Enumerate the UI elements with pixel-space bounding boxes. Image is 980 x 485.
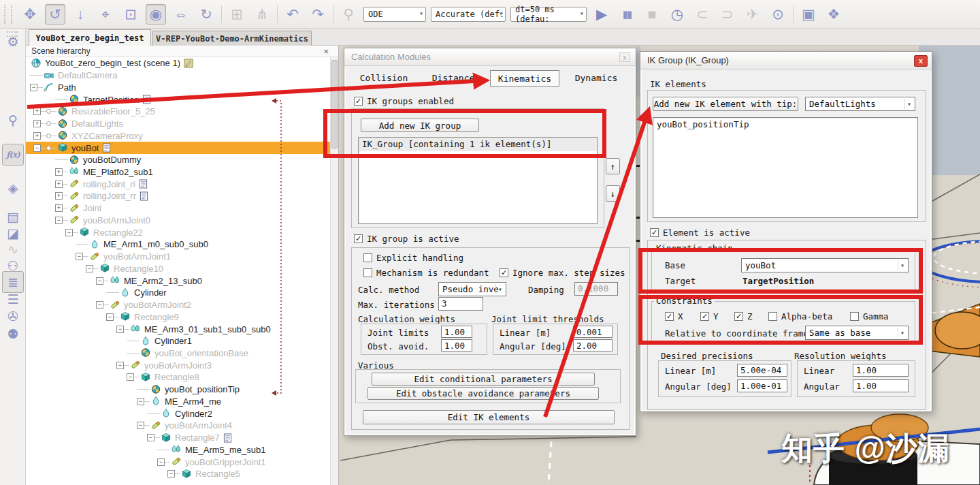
rotate-view-tool[interactable]: ↺ <box>45 4 65 25</box>
zoom-view-tool[interactable]: ↓ <box>70 4 91 25</box>
tree-row-youbotarmjoint3[interactable]: −youBotArmJoint3 <box>26 359 331 371</box>
dialog-titlebar[interactable]: Calculation Modules x <box>344 48 636 66</box>
undo-button[interactable]: ↶ <box>282 4 303 25</box>
max-iterations-field[interactable]: 3 <box>438 297 483 311</box>
tree-row-xyzcameraproxy[interactable]: +XYZCameraProxy <box>26 129 331 142</box>
tree-expander[interactable]: + <box>55 192 63 200</box>
tab-kinematics[interactable]: Kinematics <box>490 70 559 87</box>
tree-row-me-arm3-01-sub1-sub0-sub0[interactable]: −ME_Arm3_01_sub1_sub0_sub0 <box>26 323 331 335</box>
obstacle-avoidance-weight-field[interactable]: 1.00 <box>441 339 472 351</box>
tree-row-cylinder1[interactable]: Cylinder1 <box>26 335 331 347</box>
scrollbar-thumb[interactable] <box>331 60 338 148</box>
tree-expander[interactable]: − <box>76 253 83 260</box>
precision-angular-field[interactable]: 1.00e-01 <box>737 379 787 392</box>
close-icon[interactable]: x <box>914 55 928 67</box>
constraint-z-checkbox[interactable]: ✓Z <box>734 311 753 322</box>
tree-expander[interactable]: − <box>137 422 144 429</box>
toolbar-grip[interactable] <box>4 5 12 24</box>
ik-group-list[interactable]: IK_Group [containing 1 ik element(s)] <box>358 137 598 224</box>
visualization-toggle-button[interactable]: ⊙ <box>768 4 788 25</box>
tree-expander[interactable]: − <box>33 144 41 152</box>
tree-expander[interactable]: − <box>55 217 63 224</box>
time-step-dropdown[interactable]: dt=50 ms (defau:▾ <box>510 7 587 22</box>
tree-row-rectangle7[interactable]: −Rectangle7 <box>26 432 331 444</box>
add-new-ik-element-button[interactable]: Add new IK element with tip: <box>653 97 798 111</box>
edit-ik-elements-button[interactable]: Edit IK elements <box>363 410 615 424</box>
object-rotate-tool[interactable]: ↻ <box>196 4 216 25</box>
tree-row-rectangle5[interactable]: −Rectangle5 <box>26 468 331 480</box>
script-icon[interactable] <box>223 433 233 443</box>
ik-groups-enabled-checkbox[interactable]: ✓IK groups enabled <box>354 96 454 106</box>
tree-row-me-arm4-me[interactable]: −ME_Arm4_me <box>26 396 331 408</box>
close-icon[interactable]: x <box>619 52 630 62</box>
tree-row-youbotarmjoint1[interactable]: −youBotArmJoint1 <box>26 251 331 263</box>
tree-expander[interactable]: + <box>55 168 63 176</box>
tree-expander[interactable]: + <box>55 204 63 212</box>
user-settings-button[interactable]: ⚉ <box>2 323 24 345</box>
tree-expander[interactable]: − <box>137 398 144 405</box>
tab-dynamics[interactable]: Dynamics <box>564 70 629 87</box>
tree-row-resizablefloor-5-25[interactable]: +ResizableFloor_5_25 <box>26 106 331 118</box>
page-selector-button[interactable]: ▣ <box>798 4 819 25</box>
tab-youbot-zero-begin-test[interactable]: YouBot_zero_begin_test <box>29 29 151 46</box>
tree-row-rectangle22[interactable]: −Rectangle22 <box>26 226 331 238</box>
tree-expander[interactable]: + <box>33 132 41 140</box>
constraint-gamma-checkbox[interactable]: Gamma <box>850 311 889 322</box>
tree-row-rectangle8[interactable]: −Rectangle8 <box>26 371 331 384</box>
mechanism-redundant-checkbox[interactable]: Mechanism is redundant <box>363 268 489 278</box>
object-select-tool[interactable]: ◉ <box>146 4 166 25</box>
tree-row-youbotarmjoint2[interactable]: −youBotArmJoint2 <box>26 299 331 311</box>
ignore-max-step-sizes-checkbox[interactable]: ✓Ignore max. step sizes <box>500 268 625 278</box>
edit-obstacle-avoidance-parameters-button[interactable]: Edit obstacle avoidance parameters <box>368 387 599 400</box>
simulation-settings-button[interactable]: ⚙ <box>2 31 24 52</box>
tree-expander[interactable]: − <box>116 362 124 369</box>
tree-expander[interactable]: − <box>106 313 114 321</box>
script-icon[interactable] <box>140 191 149 201</box>
tree-row-youbot-zero-begin-test-scene-1-[interactable]: YouBot_zero_begin_test (scene 1) <box>26 57 331 69</box>
script-icon[interactable] <box>139 179 148 189</box>
tree-row-youbotarmjoint4[interactable]: −youBotArmJoint4 <box>26 420 331 432</box>
tree-row-youbot-positiontip[interactable]: youBot_positionTip <box>26 384 331 396</box>
stop-simulation-button[interactable]: ■ <box>642 4 662 25</box>
simulation-precision-dropdown[interactable]: Accurate (def:▾ <box>431 7 506 22</box>
relative-frame-dropdown[interactable]: Same as base▾ <box>805 326 909 340</box>
list-item-ik-group[interactable]: IK_Group [containing 1 ik element(s)] <box>359 138 597 151</box>
constraint-x-checkbox[interactable]: ✓X <box>665 311 683 322</box>
explicit-handling-checkbox[interactable]: Explicit handling <box>363 253 463 263</box>
object-properties-button[interactable]: ⚲ <box>2 109 24 131</box>
element-is-active-checkbox[interactable]: ✓Element is active <box>650 228 750 238</box>
tree-row-targetposition[interactable]: TargetPosition <box>26 93 331 106</box>
tree-expander[interactable]: − <box>147 434 154 441</box>
damping-field[interactable]: 0.1000 <box>574 282 618 296</box>
pause-simulation-button[interactable]: ▮▮ <box>617 4 637 25</box>
hierarchy-scrollbar[interactable] <box>330 57 338 485</box>
calculation-modules-button[interactable]: ƒ(x) <box>2 144 24 166</box>
tree-row-youbot[interactable]: −youBot <box>26 142 331 154</box>
base-dropdown[interactable]: youBot▾ <box>741 258 909 272</box>
scene-selector-button[interactable]: ❖ <box>823 4 844 25</box>
linear-threshold-field[interactable]: 0.001 <box>573 326 612 338</box>
tree-expander[interactable]: − <box>30 84 37 91</box>
tree-row-rollingjoint-rl[interactable]: +rollingJoint_rl <box>26 178 331 190</box>
edit-conditional-parameters-button[interactable]: Edit conditional parameters <box>372 373 595 386</box>
tree-row-me-arm1-m0-sub0-sub0[interactable]: ME_Arm1_m0_sub0_sub0 <box>26 238 331 251</box>
tree-expander[interactable]: − <box>167 470 175 478</box>
tree-expander[interactable]: − <box>96 301 103 309</box>
threaded-rendering-button[interactable]: ✈ <box>742 4 763 25</box>
joint-limits-field[interactable]: 1.00 <box>441 326 472 338</box>
faster-simulation-button[interactable]: ⊃ <box>717 4 738 25</box>
tree-expander[interactable]: + <box>33 120 41 127</box>
tree-row-youbotdummy[interactable]: youBotDummy <box>26 154 331 166</box>
tree-row-youbotgripperjoint1[interactable]: −youBotGripperJoint1 <box>26 456 331 468</box>
real-time-mode-button[interactable]: ◷ <box>667 4 687 25</box>
script-icon[interactable] <box>142 95 152 104</box>
tree-row-path[interactable]: −Path <box>26 81 331 93</box>
tree-row-rectangle10[interactable]: −Rectangle10 <box>26 262 331 275</box>
tree-row-defaultlights[interactable]: +DefaultLights <box>26 118 331 130</box>
assemble-button[interactable]: ⊞ <box>227 4 247 25</box>
move-down-button[interactable]: ↓ <box>606 185 620 202</box>
tab-distance[interactable]: Distance <box>421 70 486 87</box>
list-item-youbot-positiontip[interactable]: youBot_positionTip <box>653 118 917 131</box>
measurement-tool[interactable]: ⚲ <box>338 4 359 25</box>
tree-expander[interactable]: − <box>96 277 103 285</box>
